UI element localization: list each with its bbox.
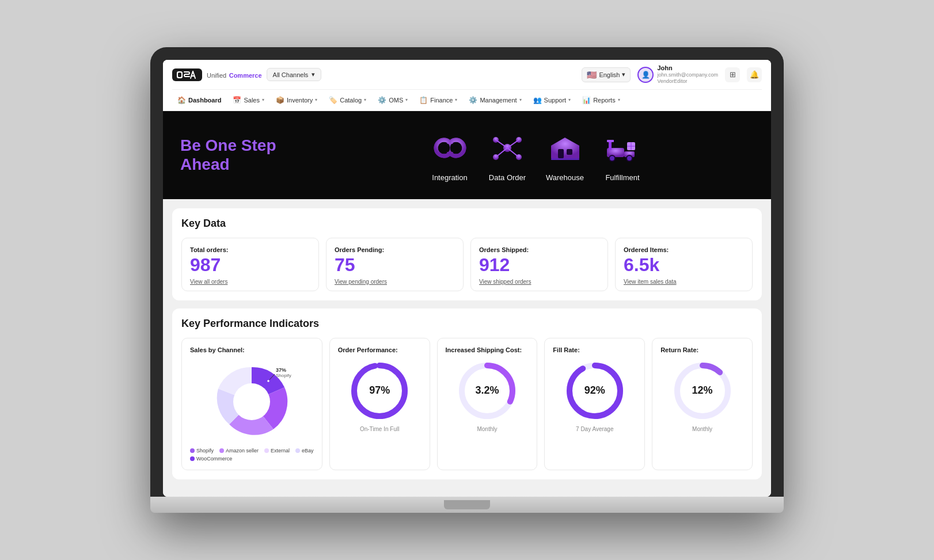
navigation: 🏠 Dashboard 📅 Sales ▾ 📦 Inventory ▾ 🏷️ C…: [172, 90, 762, 111]
shipping-cost-donut: 3.2%: [455, 359, 519, 422]
kd-orders-pending: Orders Pending: 75 View pending orders: [326, 238, 464, 291]
gear-icon: ⚙️: [378, 96, 386, 104]
sales-channel-title: Sales by Channel:: [190, 346, 245, 353]
legend-dot-shopify: [190, 448, 195, 453]
osa-logo-svg: [177, 71, 198, 79]
key-data-grid: Total orders: 987 View all orders Orders…: [181, 238, 753, 291]
flag-icon: 🇺🇸: [587, 70, 597, 79]
hero-text: Be One Step Ahead: [180, 136, 307, 174]
fill-rate-value: 92%: [584, 384, 605, 397]
fulfillment-label: Fulfillment: [605, 173, 639, 182]
fulfillment-icon: [602, 128, 643, 169]
return-rate-donut: 12%: [671, 359, 734, 422]
apps-button[interactable]: ⊞: [725, 67, 740, 82]
kd-total-orders: Total orders: 987 View all orders: [181, 238, 319, 291]
nav-item-dashboard[interactable]: 🏠 Dashboard: [172, 93, 226, 107]
nav-item-sales[interactable]: 📅 Sales ▾: [227, 93, 269, 107]
nav-item-catalog[interactable]: 🏷️ Catalog ▾: [324, 93, 371, 107]
chevron-down-icon: ▾: [312, 71, 315, 78]
sales-by-channel-card: Sales by Channel:: [181, 338, 322, 470]
hero-feature-warehouse[interactable]: Warehouse: [545, 128, 585, 182]
chevron-down-icon: ▾: [568, 97, 571, 102]
shipping-cost-subtitle: Monthly: [477, 426, 497, 432]
hero-title-accent: Ahead: [180, 155, 230, 173]
header: Unified Commerce All Channels ▾ 🇺🇸 Engli…: [163, 60, 771, 111]
chevron-down-icon: ▾: [262, 97, 264, 102]
view-item-sales-link[interactable]: View item sales data: [624, 279, 744, 285]
fill-rate-title: Fill Rate:: [553, 346, 579, 353]
svg-point-30: [233, 383, 270, 420]
nav-item-management[interactable]: ⚙️ Management ▾: [464, 93, 526, 107]
chevron-down-icon: ▾: [622, 71, 625, 78]
order-performance-subtitle: On-Time In Full: [360, 426, 400, 432]
sales-pie-chart: 37% Shopify: [211, 361, 292, 442]
chevron-down-icon: ▾: [405, 97, 408, 102]
user-details: John john.smith@company.com VendorEditor: [657, 64, 718, 85]
calendar-icon: 📅: [233, 96, 241, 104]
reports-icon: 📊: [582, 96, 591, 104]
kpi-title: Key Performance Indicators: [181, 318, 753, 330]
hero-feature-integration[interactable]: Integration: [430, 128, 470, 182]
settings-icon: ⚙️: [469, 96, 477, 104]
shipping-cost-value: 3.2%: [475, 384, 499, 397]
warehouse-icon: [545, 128, 585, 169]
order-performance-title: Order Performance:: [338, 346, 398, 353]
integration-icon: [430, 128, 470, 169]
header-right: 🇺🇸 English ▾ 👤 John john.smith@company.c…: [582, 64, 762, 85]
legend-item-shopify: Shopify: [190, 448, 214, 454]
key-data-title: Key Data: [181, 218, 753, 230]
channel-select[interactable]: All Channels ▾: [267, 68, 322, 81]
svg-point-34: [267, 379, 270, 382]
kd-orders-shipped: Orders Shipped: 912 View shipped orders: [470, 238, 608, 291]
osa-logo: [172, 68, 202, 81]
home-icon: 🏠: [177, 96, 186, 104]
nav-item-oms[interactable]: ⚙️ OMS ▾: [373, 93, 413, 107]
logo-text: Unified Commerce: [207, 70, 262, 80]
svg-line-17: [507, 148, 519, 157]
pie-legend: Shopify Amazon seller External: [190, 448, 314, 462]
svg-rect-1: [178, 73, 181, 77]
svg-rect-19: [567, 149, 572, 155]
legend-dot-external: [264, 448, 269, 453]
user-info: 👤 John john.smith@company.com VendorEdit…: [637, 64, 718, 85]
finance-icon: 📋: [419, 96, 428, 104]
legend-dot-woocommerce: [190, 456, 195, 461]
view-pending-orders-link[interactable]: View pending orders: [335, 279, 455, 285]
language-select[interactable]: 🇺🇸 English ▾: [582, 67, 631, 82]
laptop-notch: [444, 500, 490, 509]
hero-feature-data-order[interactable]: Data Order: [487, 128, 527, 182]
svg-rect-20: [551, 158, 579, 160]
chevron-down-icon: ▾: [455, 97, 457, 102]
svg-rect-18: [558, 149, 564, 158]
support-icon: 👥: [533, 96, 542, 104]
shipping-cost-title: Increased Shipping Cost:: [446, 346, 522, 353]
hero-features: Integration: [318, 128, 754, 182]
logo-area: Unified Commerce All Channels ▾: [172, 68, 321, 81]
data-order-icon: [487, 128, 527, 169]
nav-item-reports[interactable]: 📊 Reports ▾: [577, 93, 625, 107]
nav-item-support[interactable]: 👥 Support ▾: [528, 93, 576, 107]
svg-line-15: [507, 140, 519, 148]
svg-line-14: [496, 140, 507, 148]
laptop-frame: Unified Commerce All Channels ▾ 🇺🇸 Engli…: [150, 47, 784, 513]
view-all-orders-link[interactable]: View all orders: [190, 279, 310, 285]
avatar: 👤: [637, 67, 654, 83]
kpi-grid: Sales by Channel:: [181, 338, 753, 470]
legend-item-woocommerce: WooCommerce: [190, 456, 232, 462]
svg-text:Shopify: Shopify: [276, 373, 291, 378]
notification-bell-icon[interactable]: 🔔: [747, 67, 762, 82]
laptop-screen: Unified Commerce All Channels ▾ 🇺🇸 Engli…: [163, 60, 771, 497]
integration-label: Integration: [432, 173, 467, 182]
nav-item-finance[interactable]: 📋 Finance ▾: [414, 93, 462, 107]
nav-item-inventory[interactable]: 📦 Inventory ▾: [271, 93, 322, 107]
laptop-base: [150, 497, 784, 513]
hero-feature-fulfillment[interactable]: Fulfillment: [602, 128, 643, 182]
chevron-down-icon: ▾: [618, 97, 620, 102]
legend-dot-amazon: [219, 448, 224, 453]
pie-chart-container: 37% Shopify: [190, 361, 314, 442]
svg-text:37%: 37%: [276, 367, 286, 373]
fill-rate-subtitle: 7 Day Average: [576, 426, 613, 432]
view-shipped-orders-link[interactable]: View shipped orders: [479, 279, 599, 285]
order-performance-donut: 97%: [348, 359, 411, 422]
main-content: Key Data Total orders: 987 View all orde…: [163, 199, 771, 497]
